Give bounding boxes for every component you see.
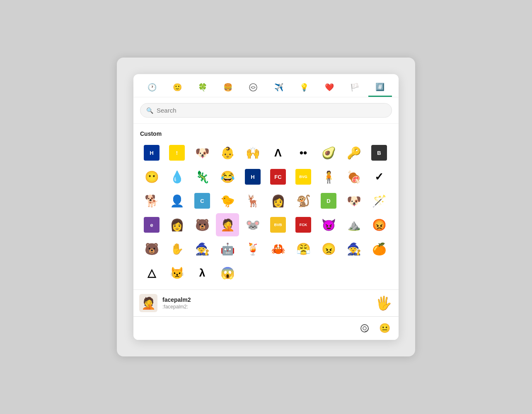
emoji-cell[interactable]: 👶 [216, 141, 239, 164]
emoji-cell[interactable]: 🦀 [266, 237, 290, 260]
emoji-cell[interactable]: 😈 [317, 213, 340, 236]
emoji-cell[interactable]: 🧙 [342, 237, 365, 260]
emoji-cell[interactable]: BVG [292, 165, 315, 188]
emoji-cell[interactable]: 😾 [165, 261, 189, 284]
emoji-cell[interactable]: ! [165, 141, 189, 164]
emoji-grid: H!🐶👶🙌Λ••🥑🔑B😶💧🦎😂HFCBVG🧍🍖✓🐕👤C🐤🦌👩🐒D🐶🪄e👩🐻🤦🐭B… [140, 141, 392, 284]
tab-people[interactable]: 🙂 [165, 79, 189, 97]
section-label-custom: Custom [140, 130, 392, 137]
emoji-cell[interactable]: ⛰️ [342, 213, 365, 236]
emoji-cell[interactable]: 🐕 [140, 189, 163, 212]
emoji-cell[interactable]: λ [191, 261, 214, 284]
preview-emoji-shortcode: :facepalm2: [162, 304, 370, 310]
emoji-cell[interactable]: 🍖 [342, 165, 365, 188]
emoji-cell[interactable]: B [368, 141, 391, 164]
search-input[interactable] [157, 107, 386, 114]
emoji-cell[interactable]: 🙌 [241, 141, 264, 164]
tab-custom[interactable]: #️⃣ [368, 79, 392, 97]
emoji-cell[interactable]: 🐤 [216, 189, 239, 212]
emoji-grid-container[interactable]: Custom H!🐶👶🙌Λ••🥑🔑B😶💧🦎😂HFCBVG🧍🍖✓🐕👤C🐤🦌👩🐒D🐶… [133, 124, 399, 289]
mention-button[interactable] [357, 321, 372, 336]
search-container: 🔍 [133, 97, 399, 124]
emoji-cell[interactable]: C [191, 189, 214, 212]
emoji-cell[interactable]: 👤 [165, 189, 189, 212]
emoji-cell[interactable]: 😠 [317, 237, 340, 260]
emoji-cell[interactable]: 👩 [165, 213, 189, 236]
preview-bar: 🤦 facepalm2 :facepalm2: 🖐️ [133, 289, 399, 316]
emoji-cell[interactable]: 🦎 [191, 165, 214, 188]
emoji-cell[interactable]: 😡 [368, 213, 391, 236]
emoji-cell[interactable]: FC [266, 165, 290, 188]
preview-emoji-name: facepalm2 [162, 296, 370, 303]
emoji-cell[interactable]: 🤖 [216, 237, 239, 260]
emoji-cell[interactable]: 😶 [140, 165, 163, 188]
emoji-cell[interactable]: FCK [292, 213, 315, 236]
emoji-cell[interactable]: ✓ [368, 165, 391, 188]
emoji-cell[interactable]: 🐻 [140, 237, 163, 260]
preview-emoji-thumb: 🤦 [139, 294, 157, 312]
emoji-cell[interactable]: 👩 [266, 189, 290, 212]
emoji-cell[interactable]: 🐒 [292, 189, 315, 212]
emoji-cell[interactable]: e [140, 213, 163, 236]
tab-food[interactable]: 🍔 [216, 79, 240, 97]
emoji-cell[interactable]: 🥑 [317, 141, 340, 164]
preview-emoji-large: 🖐️ [375, 294, 393, 312]
category-tabs: 🕐 🙂 🍀 🍔 ✈️ 💡 ❤️ 🏳️ #️⃣ [133, 74, 399, 97]
emoji-cell[interactable]: 🔑 [342, 141, 365, 164]
emoji-cell[interactable]: 🐻 [191, 213, 214, 236]
emoji-cell[interactable]: 😱 [216, 261, 239, 284]
tab-nature[interactable]: 🍀 [191, 79, 214, 97]
emoji-cell[interactable]: 🐭 [241, 213, 264, 236]
emoji-cell[interactable]: ✋ [165, 237, 189, 260]
emoji-cell[interactable]: Λ [266, 141, 290, 164]
tab-objects[interactable]: 💡 [292, 79, 316, 97]
emoji-cell[interactable]: 💧 [165, 165, 189, 188]
tab-recent[interactable]: 🕐 [140, 79, 164, 97]
search-icon: 🔍 [146, 107, 153, 114]
emoji-cell[interactable]: 🧙 [191, 237, 214, 260]
emoji-cell[interactable]: 🍹 [241, 237, 264, 260]
emoji-cell[interactable]: H [241, 165, 264, 188]
emoji-cell[interactable]: 🪄 [368, 189, 391, 212]
emoji-cell[interactable]: 🧍 [317, 165, 340, 188]
tab-symbols[interactable]: ❤️ [317, 79, 341, 97]
outer-container: 🕐 🙂 🍀 🍔 ✈️ 💡 ❤️ 🏳️ #️⃣ 🔍 [117, 58, 415, 356]
emoji-cell[interactable]: 😂 [216, 165, 239, 188]
svg-point-2 [363, 327, 366, 330]
emoji-cell[interactable]: 🍊 [368, 237, 391, 260]
emoji-picker: 🕐 🙂 🍀 🍔 ✈️ 💡 ❤️ 🏳️ #️⃣ 🔍 [133, 74, 399, 340]
emoji-cell[interactable]: H [140, 141, 163, 164]
emoji-cell[interactable]: BVB [266, 213, 290, 236]
tab-travel[interactable]: ✈️ [267, 79, 290, 97]
tab-activity[interactable] [242, 80, 265, 96]
emoji-cell[interactable]: 😤 [292, 237, 315, 260]
svg-point-0 [249, 84, 257, 91]
search-box: 🔍 [140, 103, 392, 118]
bottom-toolbar: 😐 [133, 316, 399, 340]
emoji-cell[interactable]: 🐶 [191, 141, 214, 164]
emoji-cell[interactable]: 🦌 [241, 189, 264, 212]
emoji-cell[interactable]: △ [140, 261, 163, 284]
emoji-cell[interactable]: 🤦 [216, 213, 239, 236]
emoji-cell[interactable]: 🐶 [342, 189, 365, 212]
emoji-button[interactable]: 😐 [377, 321, 392, 336]
tab-flags[interactable]: 🏳️ [343, 79, 367, 97]
emoji-cell[interactable]: •• [292, 141, 315, 164]
preview-text: facepalm2 :facepalm2: [162, 296, 370, 310]
emoji-cell[interactable]: D [317, 189, 340, 212]
